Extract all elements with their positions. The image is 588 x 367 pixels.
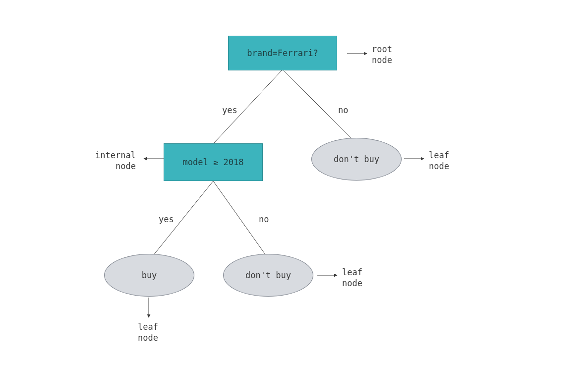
root-node: brand=Ferrari? bbox=[228, 36, 337, 70]
leaf-annotation-2: leaf node bbox=[138, 321, 158, 343]
root-annotation: root node bbox=[372, 44, 392, 65]
internal-node-label: model ≥ 2018 bbox=[183, 157, 244, 167]
leaf-node-buy: buy bbox=[104, 254, 194, 297]
edge-label-yes: yes bbox=[222, 105, 237, 115]
leaf-annotation-1: leaf node bbox=[429, 150, 449, 172]
leaf-label: don't buy bbox=[245, 270, 291, 280]
internal-annotation: internal node bbox=[95, 150, 136, 172]
leaf-node-dont-buy-1: don't buy bbox=[311, 138, 402, 181]
edge-label-no: no bbox=[338, 105, 348, 115]
root-node-label: brand=Ferrari? bbox=[247, 48, 318, 58]
internal-node: model ≥ 2018 bbox=[164, 143, 263, 181]
leaf-label: buy bbox=[142, 270, 157, 280]
leaf-node-dont-buy-2: don't buy bbox=[223, 254, 313, 297]
edge-label-no-2: no bbox=[259, 214, 269, 224]
edge-label-yes-2: yes bbox=[159, 214, 174, 224]
leaf-annotation-3: leaf node bbox=[342, 267, 362, 289]
leaf-label: don't buy bbox=[334, 154, 379, 164]
decision-tree-diagram: brand=Ferrari? root node yes no model ≥ … bbox=[0, 0, 588, 367]
